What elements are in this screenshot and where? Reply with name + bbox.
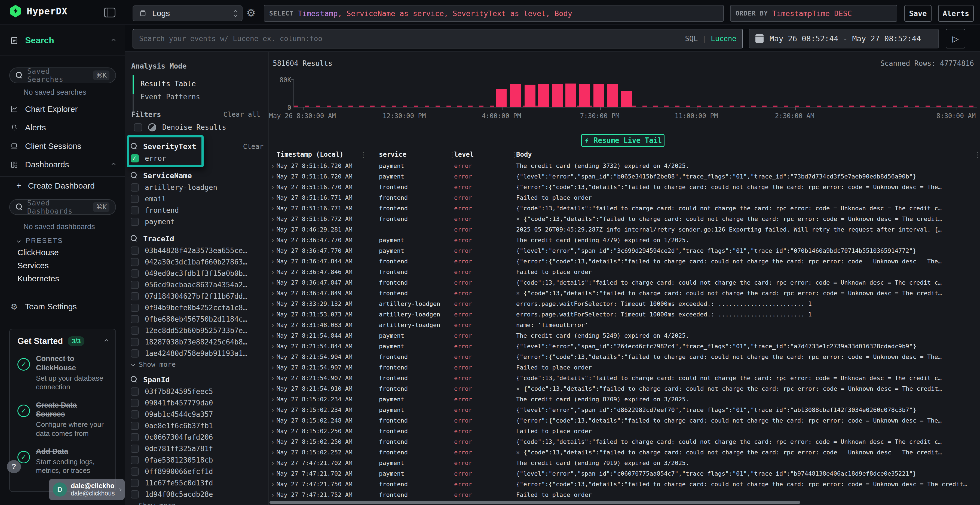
column-body[interactable]: Body <box>516 151 980 158</box>
row-expand-icon[interactable]: › <box>270 385 277 392</box>
table-row[interactable]: ›May 27 8:33:29.132 AMartillery-loadgene… <box>269 299 980 309</box>
column-resize-handle[interactable]: ⋮ <box>511 151 518 159</box>
clear-filter-link[interactable]: Clear <box>243 143 264 151</box>
table-row[interactable]: ›May 27 8:51:16.770 AMfrontenderror{"err… <box>269 182 980 192</box>
sidebar-item-chart-explorer[interactable]: Chart Explorer <box>0 105 125 114</box>
filter-value-option[interactable]: 11c67fe55c0d13fd <box>130 477 267 489</box>
filter-value-option[interactable]: 0ae8e1f6c6b37fb1 <box>130 420 267 432</box>
filter-value-option[interactable]: 18287038b73e882425c64b8… <box>130 336 267 348</box>
filter-value-option[interactable]: 042a30c3dc1baf660b27863… <box>130 256 267 268</box>
horizontal-scrollbar[interactable] <box>269 501 800 503</box>
checkbox-icon[interactable] <box>130 281 139 289</box>
row-expand-icon[interactable]: › <box>270 226 277 233</box>
row-expand-icon[interactable]: › <box>270 353 277 360</box>
filter-value-option[interactable]: 09ab1c4544c9a357 <box>130 409 267 420</box>
filter-value-option[interactable]: 1d94f08c5acdb28e <box>130 489 267 500</box>
row-expand-icon[interactable]: › <box>270 417 277 424</box>
row-expand-icon[interactable]: › <box>270 343 277 350</box>
sidebar-preset-kubernetes[interactable]: Kubernetes <box>0 272 125 285</box>
table-row[interactable]: ›May 27 8:15:02.248 AMfrontenderror{"err… <box>269 415 980 426</box>
row-expand-icon[interactable]: › <box>270 300 277 308</box>
table-row[interactable]: ›May 27 7:47:21.750 AMfrontenderror{"err… <box>269 479 980 489</box>
table-row[interactable]: ›May 27 8:31:53.073 AMartillery-loadgene… <box>269 309 980 320</box>
table-row[interactable]: ›May 27 8:36:47.770 AMpaymenterror{"leve… <box>269 245 980 256</box>
table-row[interactable]: ›May 27 7:47:21.702 AMpaymenterror{"leve… <box>269 468 980 479</box>
row-expand-icon[interactable]: › <box>270 481 277 488</box>
source-settings-gear-icon[interactable]: ⚙ <box>247 8 256 18</box>
filter-value-option[interactable]: 07d184304627bf2f11b67dd… <box>130 291 267 302</box>
checkbox-icon[interactable] <box>130 338 139 346</box>
get-started-item[interactable]: ✓Create Data SourcesConfigure where your… <box>18 401 108 438</box>
show-more-link[interactable]: Show more <box>130 500 267 505</box>
row-expand-icon[interactable]: › <box>270 268 277 276</box>
row-expand-icon[interactable]: › <box>270 407 277 414</box>
table-row[interactable]: ›May 27 8:15:02.252 AMfrontenderror×{"co… <box>269 447 980 458</box>
row-expand-icon[interactable]: › <box>270 322 277 329</box>
filter-value-option[interactable]: 049ed0ac3fdb1f3f15a0b0b… <box>130 268 267 279</box>
checkbox-icon[interactable] <box>130 433 139 441</box>
checkbox-icon[interactable] <box>134 123 142 132</box>
row-expand-icon[interactable]: › <box>270 396 277 403</box>
checkbox-icon[interactable] <box>130 195 139 203</box>
filter-value-option[interactable]: email <box>130 193 267 205</box>
filter-value-option[interactable]: 0c0667304fafd206 <box>130 432 267 443</box>
filter-value-option[interactable]: error <box>130 152 267 164</box>
presets-section-header[interactable]: PRESETS <box>18 237 63 245</box>
sidebar-preset-clickhouse[interactable]: ClickHouse <box>0 246 125 259</box>
table-row[interactable]: ›May 27 8:46:29.281 AMerror2025-05-26T09… <box>269 224 980 235</box>
filter-value-option[interactable]: 0de781ff325a781f <box>130 443 267 454</box>
table-row[interactable]: ›May 27 8:51:16.720 AMpaymenterror{"leve… <box>269 171 980 182</box>
checkbox-icon[interactable] <box>130 456 139 464</box>
create-dashboard-button[interactable]: + Create Dashboard <box>0 181 125 191</box>
checkbox-icon[interactable] <box>130 399 139 407</box>
checkbox-icon[interactable] <box>130 206 139 214</box>
filter-value-option[interactable]: 0f94b9befe0b4252ccfa1c8… <box>130 302 267 313</box>
table-row[interactable]: ›May 27 8:21:54.904 AMfrontenderror{"err… <box>269 351 980 362</box>
tab-results-table[interactable]: Results Table <box>140 80 196 88</box>
table-row[interactable]: ›May 27 8:36:47.846 AMfrontenderrorFaile… <box>269 267 980 277</box>
checkbox-icon[interactable] <box>130 490 139 499</box>
table-row[interactable]: ›May 27 8:15:02.250 AMfrontenderrorFaile… <box>269 426 980 437</box>
sidebar-item-client-sessions[interactable]: Client Sessions <box>0 141 125 151</box>
help-button[interactable]: ? <box>7 460 21 473</box>
checkbox-icon[interactable] <box>130 410 139 418</box>
column-resize-handle[interactable]: ⋮ <box>449 151 456 159</box>
checkbox-icon[interactable] <box>130 258 139 266</box>
filter-value-option[interactable]: 056cd9acbaac8637a4354a2… <box>130 279 267 291</box>
table-row[interactable]: ›May 27 8:51:16.772 AMfrontenderror×{"co… <box>269 214 980 224</box>
table-row[interactable]: ›May 27 8:21:54.844 AMpaymenterrorThe cr… <box>269 330 980 341</box>
row-expand-icon[interactable]: › <box>270 184 277 191</box>
checkbox-icon[interactable] <box>130 445 139 453</box>
date-range-picker[interactable]: May 26 08:52:44 - May 27 08:52:44 <box>749 29 939 48</box>
checkbox-icon[interactable] <box>130 246 139 255</box>
get-started-item[interactable]: ✓Add DataStart sending logs, metrics, or… <box>18 447 108 475</box>
row-expand-icon[interactable]: › <box>270 205 277 212</box>
table-row[interactable]: ›May 27 8:15:02.234 AMpaymenterror{"leve… <box>269 405 980 415</box>
row-expand-icon[interactable]: › <box>270 194 277 201</box>
filter-value-option[interactable]: 03b44828f42a3573ea655ce… <box>130 245 267 256</box>
checkbox-icon[interactable] <box>130 315 139 323</box>
sidebar-item-team-settings[interactable]: ⚙ Team Settings <box>0 302 125 311</box>
denoise-results-toggle[interactable]: Denoise Results <box>134 123 226 132</box>
filter-value-option[interactable]: 1ae42480d758e9ab91193a1… <box>130 348 267 359</box>
table-row[interactable]: ›May 27 8:31:48.083 AMartillery-loadgene… <box>269 320 980 330</box>
table-row[interactable]: ›May 27 8:51:16.771 AMfrontenderrorFaile… <box>269 192 980 203</box>
row-expand-icon[interactable]: › <box>270 428 277 435</box>
checkbox-icon[interactable] <box>130 304 139 312</box>
row-expand-icon[interactable]: › <box>270 247 277 254</box>
row-expand-icon[interactable]: › <box>270 279 277 286</box>
chart-plot[interactable] <box>293 79 977 108</box>
column-service[interactable]: service <box>379 151 454 158</box>
get-started-item[interactable]: ✓Connect to ClickHouseSet up your databa… <box>18 354 108 392</box>
sidebar-preset-services[interactable]: Services <box>0 259 125 272</box>
source-select[interactable]: Logs <box>132 5 243 21</box>
filter-value-option[interactable]: payment <box>130 216 267 227</box>
checkbox-icon[interactable] <box>130 327 139 335</box>
table-row[interactable]: ›May 27 7:47:21.702 AMpaymenterrorThe cr… <box>269 458 980 468</box>
filter-value-option[interactable]: 0ff8990066efcf1d <box>130 466 267 477</box>
table-row[interactable]: ›May 27 8:36:47.844 AMfrontenderror{"err… <box>269 256 980 267</box>
filter-value-option[interactable]: 12ec8dd52b60b9525733b7e… <box>130 325 267 336</box>
run-query-button[interactable]: ▷ <box>946 29 965 48</box>
row-expand-icon[interactable]: › <box>270 162 277 170</box>
row-expand-icon[interactable]: › <box>270 460 277 467</box>
